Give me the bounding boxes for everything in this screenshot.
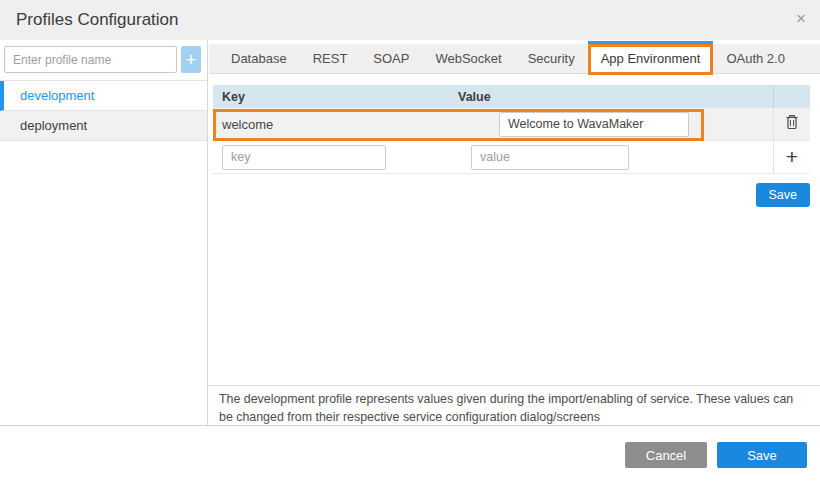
tab-oauth20[interactable]: OAuth 2.0 bbox=[713, 44, 798, 73]
dialog-footer: Cancel Save bbox=[0, 425, 820, 482]
profiles-sidebar: + development deployment bbox=[0, 40, 208, 425]
add-row-button[interactable]: + bbox=[773, 141, 810, 173]
tab-app-environment[interactable]: App Environment bbox=[588, 41, 714, 75]
row-key-text: welcome bbox=[213, 117, 449, 132]
tab-database[interactable]: Database bbox=[218, 44, 300, 73]
profile-input-row: + bbox=[0, 40, 207, 81]
table-save-button[interactable]: Save bbox=[756, 183, 811, 207]
sidebar-item-deployment[interactable]: deployment bbox=[0, 111, 207, 141]
save-button[interactable]: Save bbox=[717, 442, 807, 468]
dialog-header: Profiles Configuration × bbox=[0, 0, 820, 40]
tab-security[interactable]: Security bbox=[515, 44, 588, 73]
new-row: + bbox=[213, 141, 810, 174]
service-tabs: Database REST SOAP WebSocket Security Ap… bbox=[209, 44, 820, 74]
profile-name-input[interactable] bbox=[4, 46, 177, 73]
column-header-key: Key bbox=[213, 90, 449, 104]
column-header-value: Value bbox=[449, 90, 773, 104]
tab-rest[interactable]: REST bbox=[300, 44, 361, 73]
sidebar-item-development[interactable]: development bbox=[0, 81, 207, 111]
delete-row-button[interactable] bbox=[773, 108, 810, 140]
profile-config-main: Database REST SOAP WebSocket Security Ap… bbox=[209, 40, 820, 425]
trash-icon bbox=[785, 114, 799, 134]
add-profile-button[interactable]: + bbox=[181, 46, 201, 73]
profile-description-note: The development profile represents value… bbox=[209, 385, 820, 425]
table-row: welcome bbox=[213, 108, 810, 141]
tab-soap[interactable]: SOAP bbox=[360, 44, 422, 73]
cancel-button[interactable]: Cancel bbox=[625, 442, 707, 468]
dialog-title: Profiles Configuration bbox=[16, 10, 179, 30]
key-value-table: Key Value welcome bbox=[213, 85, 810, 174]
new-key-input[interactable] bbox=[222, 145, 386, 170]
plus-icon: + bbox=[786, 147, 798, 167]
tab-websocket[interactable]: WebSocket bbox=[422, 44, 514, 73]
row-value-input[interactable] bbox=[499, 112, 689, 137]
table-header-row: Key Value bbox=[213, 85, 810, 108]
close-icon[interactable]: × bbox=[796, 9, 806, 29]
column-header-actions bbox=[773, 85, 810, 108]
profiles-configuration-dialog: Profiles Configuration × + development d… bbox=[0, 0, 820, 482]
new-value-input[interactable] bbox=[471, 145, 629, 170]
